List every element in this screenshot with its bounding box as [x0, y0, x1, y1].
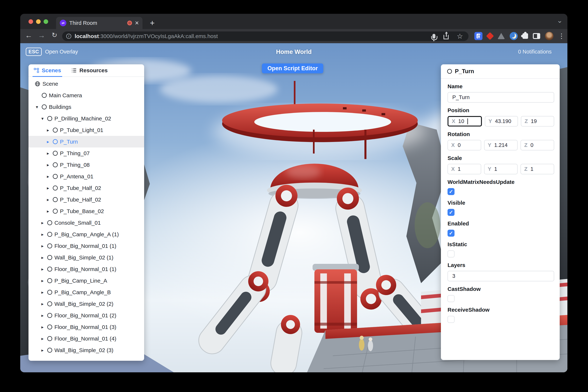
chevron-collapsed-icon[interactable]: ▸ — [40, 301, 45, 306]
chevron-collapsed-icon[interactable]: ▸ — [40, 348, 45, 353]
tab-resources[interactable]: Resources — [71, 64, 108, 76]
node-circle-icon — [47, 255, 52, 260]
chevron-collapsed-icon[interactable]: ▸ — [40, 278, 45, 283]
share-icon[interactable] — [444, 34, 449, 39]
rotation-x-input[interactable]: X 0 — [448, 140, 481, 150]
tree-item-p-tube-base-02[interactable]: ▸ P_Tube_Base_02 — [28, 206, 144, 217]
chevron-collapsed-icon[interactable]: ▸ — [46, 186, 50, 191]
node-circle-icon — [53, 209, 58, 214]
tree-item-p-tube-light-01[interactable]: ▸ P_Tube_Light_01 — [28, 124, 144, 136]
address-bar[interactable]: i localhost:3000/world/!vjrzmTVOcyIsLgaA… — [62, 32, 468, 41]
chevron-collapsed-icon[interactable]: ▸ — [46, 197, 50, 202]
name-input[interactable]: P_Turn — [448, 92, 554, 102]
tree-item-p-antena-01[interactable]: ▸ P_Antena_01 — [28, 171, 144, 182]
chevron-collapsed-icon[interactable]: ▸ — [40, 290, 45, 295]
chevron-collapsed-icon[interactable]: ▸ — [46, 209, 50, 214]
scale-z-input[interactable]: Z 1 — [520, 164, 554, 174]
chevron-collapsed-icon[interactable]: ▸ — [46, 139, 50, 144]
tree-item-buildings[interactable]: ▾ Buildings — [28, 101, 144, 113]
tree-item-floor-big-normal-01-3[interactable]: ▸ Floor_Big_Normal_01 (3) — [28, 321, 144, 333]
tab-scenes[interactable]: Scenes — [34, 64, 61, 76]
tree-item-floor-big-normal-01-1[interactable]: ▸ Floor_Big_Normal_01 (1) — [28, 240, 144, 252]
tree-item-p-thing-07[interactable]: ▸ P_Thing_07 — [28, 148, 144, 159]
rotation-z-input[interactable]: Z 0 — [520, 140, 554, 150]
chevron-collapsed-icon[interactable]: ▸ — [46, 128, 50, 133]
tree-item-main-camera[interactable]: Main Camera — [28, 90, 144, 101]
node-circle-icon — [47, 324, 52, 330]
tree-item-p-drilling-machine-02[interactable]: ▾ P_Drilling_Machine_02 — [28, 113, 144, 124]
tree-item-p-thing-08[interactable]: ▸ P_Thing_08 — [28, 159, 144, 171]
close-window-button[interactable] — [28, 19, 33, 24]
tree-item-floor-big-normal-01-1b[interactable]: ▸ Floor_Big_Normal_01 (1) — [28, 263, 144, 275]
reload-button[interactable]: ↻ — [49, 31, 60, 39]
dark-mode-extension-icon[interactable] — [510, 32, 518, 40]
enabled-checkbox[interactable]: ✓ — [448, 230, 454, 237]
rotation-y-input[interactable]: Y 1.214 — [484, 140, 518, 150]
world-viewport[interactable]: ESC Open Overlay Home World 0 Notificati… — [20, 43, 568, 372]
scale-y-input[interactable]: Y 1 — [484, 164, 518, 174]
tree-item-p-turn[interactable]: ▸ P_Turn — [28, 136, 144, 148]
receive-shadow-checkbox[interactable]: ✓ — [448, 316, 454, 323]
chevron-expanded-icon[interactable]: ▾ — [40, 116, 45, 121]
zoom-window-button[interactable] — [44, 19, 48, 24]
tab-close-icon[interactable]: × — [135, 20, 139, 26]
axis-y-label: Y — [488, 166, 491, 172]
chevron-collapsed-icon[interactable]: ▸ — [40, 266, 45, 272]
cast-shadow-checkbox[interactable]: ✓ — [448, 295, 454, 302]
minimize-window-button[interactable] — [36, 19, 41, 24]
tree-item-wall-big-simple-02-1[interactable]: ▸ Wall_Big_Simple_02 (1) — [28, 252, 144, 263]
forward-button[interactable]: → — [36, 31, 47, 40]
browser-menu-icon[interactable]: ⋮ — [558, 33, 565, 39]
bookmark-star-icon[interactable]: ☆ — [457, 33, 463, 40]
tree-item-p-big-camp-line-a[interactable]: ▸ P_Big_Camp_Line_A — [28, 275, 144, 286]
position-y-input[interactable]: Y 43.190 — [485, 116, 518, 126]
back-button[interactable]: ← — [24, 31, 34, 40]
side-panel-icon[interactable] — [533, 33, 540, 39]
tree-item-p-tube-half-02-b[interactable]: ▸ P_Tube_Half_02 — [28, 194, 144, 206]
chevron-collapsed-icon[interactable]: ▸ — [46, 162, 50, 168]
layers-input[interactable]: 3 — [448, 271, 554, 281]
chevron-down-icon[interactable]: ⌄ — [557, 16, 563, 24]
site-info-icon[interactable]: i — [66, 34, 71, 39]
tree-item-console-small-01[interactable]: ▸ Console_Small_01 — [28, 217, 144, 228]
notifications-label[interactable]: 0 Notifications — [518, 49, 552, 55]
position-z-input[interactable]: Z 19 — [521, 116, 554, 126]
chevron-collapsed-icon[interactable]: ▸ — [46, 174, 50, 179]
tree-item-wall-big-simple-02-2[interactable]: ▸ Wall_Big_Simple_02 (2) — [28, 298, 144, 310]
chevron-collapsed-icon[interactable]: ▸ — [40, 313, 45, 318]
url-text[interactable]: localhost:3000/world/!vjrzmTVOcyIsLgaAkA… — [75, 33, 429, 39]
chevron-collapsed-icon[interactable]: ▸ — [40, 220, 45, 226]
chevron-collapsed-icon[interactable]: ▸ — [46, 151, 50, 156]
tree-item-floor-big-normal-01-2[interactable]: ▸ Floor_Big_Normal_01 (2) — [28, 310, 144, 321]
password-manager-extension-icon[interactable] — [474, 32, 482, 40]
tree-item-p-tube-half-02[interactable]: ▸ P_Tube_Half_02 — [28, 182, 144, 194]
position-x-input[interactable]: X 10 — [448, 116, 482, 126]
red-diamond-extension-icon[interactable] — [486, 32, 494, 40]
chevron-expanded-icon[interactable]: ▾ — [34, 104, 40, 110]
scale-x-input[interactable]: X 1 — [448, 164, 481, 174]
tree-item-p-big-camp-angle-a-1[interactable]: ▸ P_Big_Camp_Angle_A (1) — [28, 228, 144, 240]
tree-item-scene[interactable]: Scene — [28, 78, 144, 90]
tree-item-p-big-camp-angle-b[interactable]: ▸ P_Big_Camp_Angle_B — [28, 286, 144, 298]
chevron-collapsed-icon[interactable]: ▸ — [40, 336, 45, 341]
is-static-checkbox[interactable]: ✓ — [448, 250, 454, 258]
tab-third-room[interactable]: ∞ Third Room × — [56, 17, 142, 29]
tree-item-wall-big-simple-02-3[interactable]: ▸ Wall_Big_Simple_02 (3) — [28, 344, 144, 356]
chevron-collapsed-icon[interactable]: ▸ — [40, 324, 45, 330]
tree-item-label: P_Thing_07 — [60, 150, 90, 156]
profile-avatar[interactable] — [545, 32, 554, 40]
tree-item-label: Main Camera — [49, 92, 82, 98]
visible-checkbox[interactable]: ✓ — [448, 209, 454, 216]
new-tab-button[interactable]: + — [147, 18, 158, 28]
rotation-label: Rotation — [448, 131, 554, 137]
chevron-collapsed-icon[interactable]: ▸ — [40, 255, 45, 260]
microphone-icon[interactable] — [432, 34, 436, 38]
world-matrix-checkbox[interactable]: ✓ — [448, 188, 454, 195]
chevron-collapsed-icon[interactable]: ▸ — [40, 244, 45, 248]
chevron-collapsed-icon[interactable]: ▸ — [40, 232, 45, 237]
node-circle-icon — [447, 69, 452, 74]
tree-item-floor-big-normal-01-4[interactable]: ▸ Floor_Big_Normal_01 (4) — [28, 333, 144, 344]
extensions-puzzle-icon[interactable] — [522, 33, 528, 39]
open-script-editor-button[interactable]: Open Script Editor — [262, 64, 323, 73]
recycle-extension-icon[interactable] — [498, 33, 505, 39]
